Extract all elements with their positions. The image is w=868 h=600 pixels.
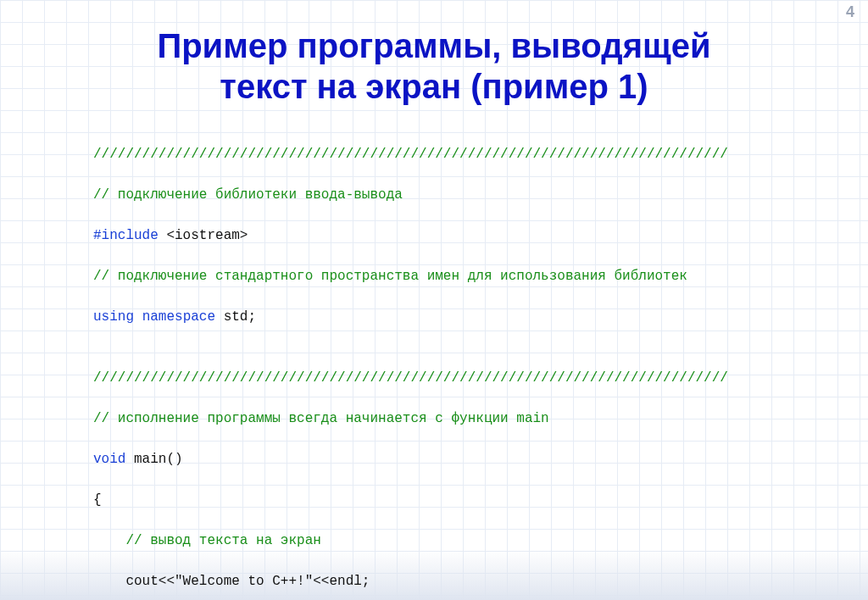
code-keyword: #include <box>93 228 159 243</box>
code-line: using namespace std; <box>93 307 868 327</box>
code-line: { <box>93 490 868 510</box>
code-line: ////////////////////////////////////////… <box>93 368 868 388</box>
title-line-1: Пример программы, выводящей <box>157 27 710 64</box>
code-text: main() <box>125 452 182 467</box>
code-line: ////////////////////////////////////////… <box>93 144 868 164</box>
code-block: ////////////////////////////////////////… <box>93 124 868 600</box>
code-text: <iostream> <box>159 228 248 243</box>
slide-title: Пример программы, выводящей текст на экр… <box>0 0 868 107</box>
code-line: // подключение стандартного пространства… <box>93 266 868 286</box>
code-keyword: void <box>93 452 125 467</box>
code-line: void main() <box>93 449 868 469</box>
code-line: // вывод текста на экран <box>93 531 868 551</box>
code-line: // исполнение программы всегда начинаетс… <box>93 408 868 429</box>
title-line-2: текст на экран (пример 1) <box>220 68 648 105</box>
code-text: std; <box>215 309 256 325</box>
code-keyword: namespace <box>142 309 215 325</box>
code-keyword: using <box>93 309 134 325</box>
code-line: // подключение библиотеки ввода-вывода <box>93 185 868 205</box>
code-text <box>134 309 142 325</box>
code-line: cout<<"Welcome to C++!"<<endl; <box>93 571 868 592</box>
code-line: #include <iostream> <box>93 225 868 246</box>
